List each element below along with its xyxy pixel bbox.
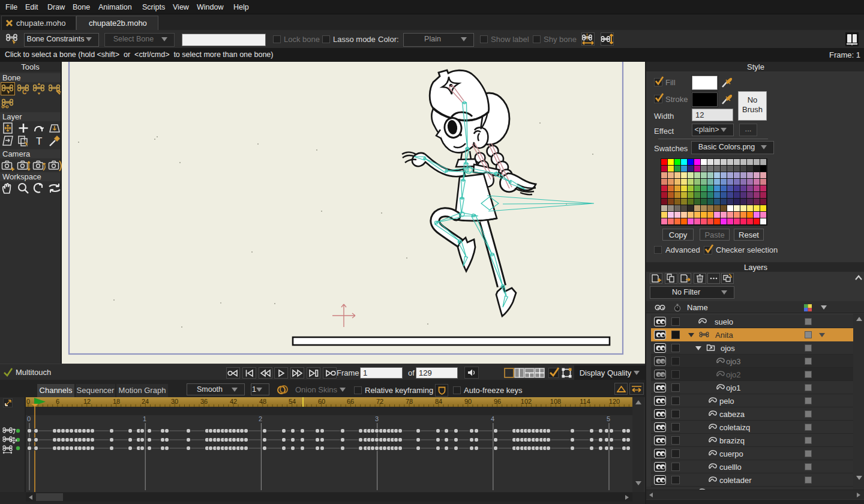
svg-text:T: T — [36, 136, 42, 147]
svg-text:C: C — [22, 89, 26, 95]
